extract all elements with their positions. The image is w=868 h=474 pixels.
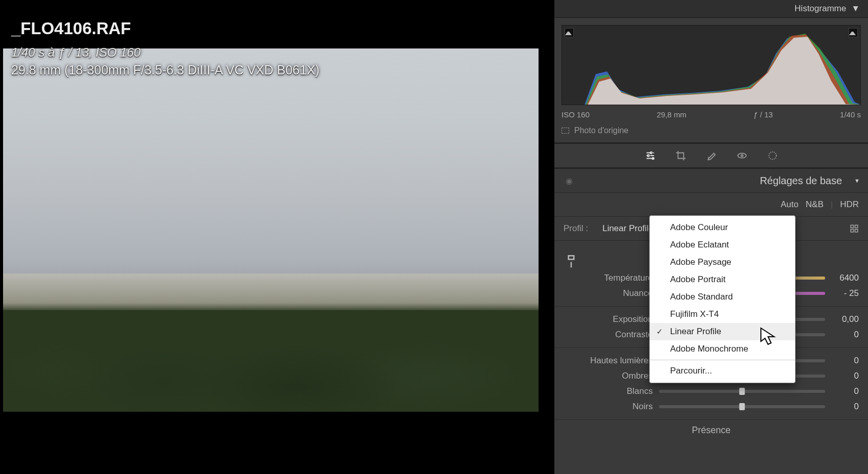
treatment-row: Auto N&B | HDR (554, 193, 868, 217)
profile-option-adobe-portrait[interactable]: Adobe Portrait (650, 271, 795, 288)
preview-image (3, 48, 539, 412)
profile-label: Profil : (564, 223, 588, 234)
svg-rect-6 (851, 225, 853, 228)
masking-tool[interactable] (767, 150, 778, 161)
compare-icon (561, 128, 569, 134)
histogram-header[interactable]: Histogramme ▼ (554, 0, 868, 18)
svg-rect-9 (855, 230, 858, 232)
profile-option-adobe-standard[interactable]: Adobe Standard (650, 288, 795, 306)
redeye-tool[interactable] (736, 150, 748, 161)
eyedropper-tool[interactable] (560, 250, 582, 271)
basic-panel-title: Réglages de base (760, 175, 842, 187)
image-viewer[interactable]: _FLO4106.RAF 1/40 s à ƒ / 13, ISO 160 29… (0, 0, 554, 474)
checkmark-icon: ✓ (656, 327, 663, 336)
blacks-slider[interactable] (659, 405, 825, 408)
tool-strip (554, 144, 868, 169)
healing-tool[interactable] (706, 150, 717, 161)
treatment-hdr[interactable]: HDR (840, 199, 859, 210)
profile-browser-icon[interactable] (850, 224, 859, 233)
whites-slider[interactable] (659, 390, 825, 393)
profile-row: Profil : Linear Profile ▴▾ Adobe Couleur… (554, 217, 868, 241)
profile-value[interactable]: Linear Profile (602, 223, 653, 234)
original-photo-toggle[interactable]: Photo d'origine (561, 126, 861, 135)
histo-focal: 29,8 mm (657, 110, 686, 119)
svg-point-5 (769, 152, 776, 160)
lens-line: 29.8 mm (18-300mm F/3.5-6.3 DiIII-A VC V… (11, 62, 319, 79)
profile-option-monochrome[interactable]: Adobe Monochrome (650, 340, 795, 358)
histogram-graph[interactable] (561, 25, 861, 105)
profile-option-adobe-paysage[interactable]: Adobe Paysage (650, 254, 795, 271)
histo-aperture: ƒ / 13 (754, 110, 773, 119)
svg-rect-8 (851, 230, 853, 232)
treatment-auto[interactable]: Auto (781, 199, 799, 210)
histogram-panel: ISO 160 29,8 mm ƒ / 13 1/40 s Photo d'or… (554, 18, 868, 144)
histo-shutter: 1/40 s (840, 110, 861, 119)
profile-dropdown[interactable]: Adobe Couleur Adobe Eclatant Adobe Paysa… (649, 215, 796, 383)
presence-header: Présence (554, 420, 868, 440)
collapse-icon: ▼ (851, 4, 860, 14)
histogram-title: Histogramme (795, 4, 846, 14)
profile-option-linear[interactable]: ✓Linear Profile (650, 323, 795, 340)
edit-sliders-tool[interactable] (645, 150, 656, 161)
profile-option-fujifilm[interactable]: Fujifilm X-T4 (650, 306, 795, 323)
profile-option-browse[interactable]: Parcourir... (650, 362, 795, 380)
profile-option-adobe-couleur[interactable]: Adobe Couleur (650, 219, 795, 236)
svg-rect-7 (855, 225, 858, 228)
exposure-line: 1/40 s à ƒ / 13, ISO 160 (11, 44, 319, 61)
filename: _FLO4106.RAF (11, 17, 319, 40)
collapse-icon: ▼ (854, 178, 860, 184)
svg-point-4 (741, 155, 743, 157)
basic-panel-header[interactable]: ◉ Réglages de base ▼ (554, 169, 868, 193)
crop-tool[interactable] (675, 150, 686, 161)
profile-option-adobe-eclatant[interactable]: Adobe Eclatant (650, 236, 795, 254)
histo-iso: ISO 160 (561, 110, 590, 119)
treatment-bw[interactable]: N&B (806, 199, 824, 210)
image-metadata-overlay: _FLO4106.RAF 1/40 s à ƒ / 13, ISO 160 29… (11, 17, 319, 79)
histogram-meta-row: ISO 160 29,8 mm ƒ / 13 1/40 s (561, 110, 861, 119)
panel-visibility-icon[interactable]: ◉ (566, 176, 573, 186)
svg-point-3 (737, 153, 746, 158)
